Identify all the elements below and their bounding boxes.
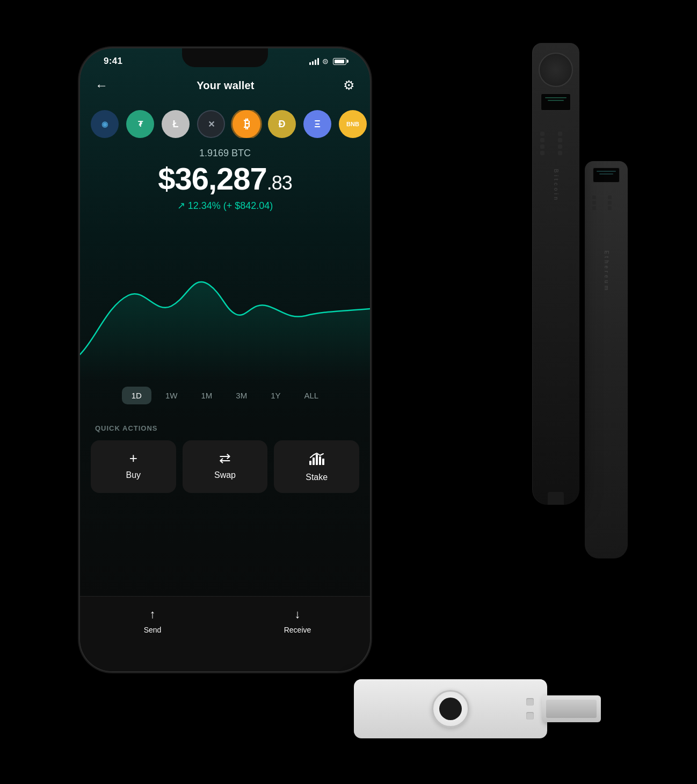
hw1-label: Bitcoin — [553, 169, 559, 202]
nano-s-btn-right[interactable] — [526, 712, 534, 720]
receive-icon: ↓ — [295, 607, 301, 621]
buy-label: Buy — [126, 470, 141, 480]
coin-btc[interactable]: ₿ — [233, 110, 260, 138]
balance-usd: $36,287.83 — [80, 163, 370, 194]
hw2-label: Ethereum — [604, 250, 609, 292]
page-title: Your wallet — [197, 79, 254, 92]
svg-rect-2 — [316, 454, 318, 465]
hw2-buttons-grid — [590, 193, 622, 212]
crypto-selector-row: ◉ ₮ Ł ✕ ₿ Ð Ξ BNB A — [80, 110, 370, 138]
hardware-wallet-1: Bitcoin — [532, 43, 579, 505]
buy-button[interactable]: + Buy — [91, 440, 176, 493]
app-header: ← Your wallet ⚙ — [80, 78, 370, 93]
coin-usdt[interactable]: ₮ — [126, 110, 154, 138]
quick-actions-row: + Buy ⇄ Swap — [91, 440, 359, 493]
receive-label: Receive — [284, 626, 311, 634]
swap-label: Swap — [214, 470, 236, 480]
stake-icon — [309, 451, 324, 467]
time-btn-1m[interactable]: 1M — [191, 387, 222, 404]
nano-s-usb — [542, 695, 601, 722]
svg-rect-0 — [309, 461, 311, 465]
buy-icon: + — [129, 451, 137, 465]
balance-section: 1.9169 BTC $36,287.83 ↗ 12.34% (+ $842.0… — [80, 148, 370, 212]
time-btn-1y[interactable]: 1Y — [261, 387, 290, 404]
chart-svg — [80, 231, 370, 381]
balance-usd-whole: $36,287 — [158, 161, 267, 196]
swap-icon: ⇄ — [219, 451, 231, 465]
hw2-screen — [593, 168, 620, 183]
back-button[interactable]: ← — [95, 78, 108, 93]
phone-screen: 9:41 ⊜ ← Your wallet — [80, 48, 370, 671]
battery-icon — [333, 58, 346, 65]
phone-device: 9:41 ⊜ ← Your wallet — [80, 48, 370, 671]
balance-usd-cents: .83 — [267, 172, 292, 194]
time-btn-all[interactable]: ALL — [295, 387, 329, 404]
status-time: 9:41 — [104, 56, 122, 67]
svg-rect-1 — [313, 458, 315, 465]
quick-actions-label: QUICK ACTIONS — [95, 424, 158, 432]
coin-xrp[interactable]: ✕ — [197, 110, 225, 138]
svg-rect-4 — [322, 459, 324, 465]
bottom-nav: ↑ Send ↓ Receive — [80, 596, 370, 671]
coin-ltc[interactable]: Ł — [162, 110, 190, 138]
time-btn-3m[interactable]: 3M — [226, 387, 257, 404]
nano-s-btn-left[interactable] — [526, 698, 534, 706]
time-btn-1w[interactable]: 1W — [156, 387, 187, 404]
balance-change: ↗ 12.34% (+ $842.04) — [80, 200, 370, 212]
stake-label: Stake — [306, 473, 328, 482]
coin-eth[interactable]: Ξ — [303, 110, 331, 138]
nano-s-button[interactable] — [432, 690, 469, 728]
hw1-top-button[interactable] — [539, 53, 573, 87]
time-btn-1d[interactable]: 1D — [122, 387, 151, 404]
send-icon: ↑ — [150, 607, 156, 621]
send-label: Send — [144, 626, 162, 634]
status-icons: ⊜ — [309, 57, 346, 66]
hw1-connector — [548, 492, 564, 505]
wifi-icon: ⊜ — [322, 57, 329, 66]
time-selector: 1D 1W 1M 3M 1Y ALL — [80, 387, 370, 404]
balance-crypto: 1.9169 BTC — [80, 148, 370, 159]
nano-s-body — [354, 679, 547, 738]
swap-button[interactable]: ⇄ Swap — [183, 440, 268, 493]
send-nav-item[interactable]: ↑ Send — [80, 607, 225, 634]
signal-icon — [309, 57, 319, 65]
hardware-wallet-2: Ethereum — [585, 161, 628, 558]
stake-button[interactable]: Stake — [274, 440, 359, 493]
svg-rect-3 — [319, 456, 321, 465]
hardware-nano-s — [354, 677, 601, 741]
hw1-buttons-grid — [538, 129, 574, 158]
hw1-screen — [541, 93, 571, 111]
receive-nav-item[interactable]: ↓ Receive — [225, 607, 370, 634]
scene: 9:41 ⊜ ← Your wallet — [53, 21, 644, 763]
coin-bnb[interactable]: BNB — [339, 110, 367, 138]
coin-other[interactable]: ◉ — [91, 110, 119, 138]
settings-button[interactable]: ⚙ — [343, 78, 355, 93]
price-chart — [80, 231, 370, 381]
coin-doge[interactable]: Ð — [268, 110, 296, 138]
phone-notch — [182, 48, 268, 67]
